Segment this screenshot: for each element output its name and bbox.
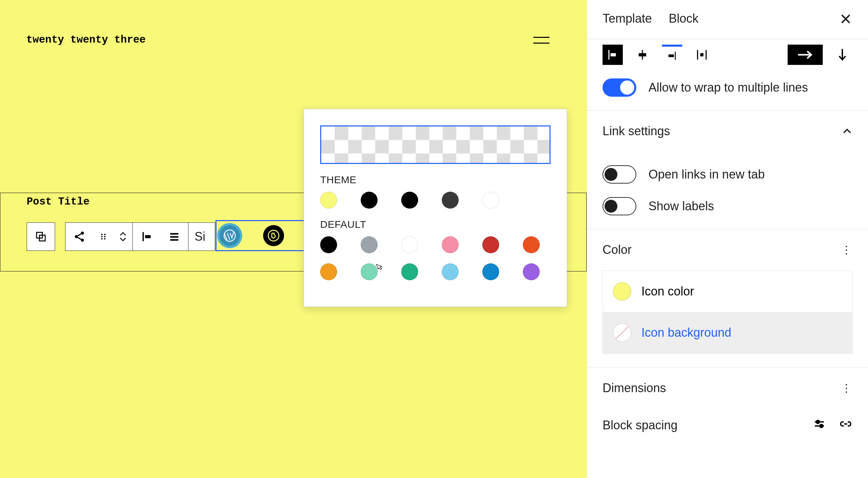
svg-rect-28 <box>697 50 698 60</box>
color-swatch[interactable] <box>361 192 378 209</box>
color-swatch[interactable] <box>442 263 459 280</box>
tab-block[interactable]: Block <box>669 11 698 28</box>
dimensions-title: Dimensions <box>603 381 666 395</box>
color-swatch[interactable] <box>442 236 459 253</box>
wrap-label: Allow to wrap to multiple lines <box>648 80 808 95</box>
svg-rect-30 <box>700 53 704 56</box>
svg-point-12 <box>104 238 105 239</box>
justify-left-button[interactable] <box>603 45 623 65</box>
justify-button[interactable] <box>133 223 160 250</box>
link-settings-title: Link settings <box>603 124 670 138</box>
drag-handle[interactable] <box>93 223 113 250</box>
color-swatch[interactable] <box>320 236 337 253</box>
align-button[interactable] <box>160 223 188 250</box>
svg-rect-17 <box>170 239 178 241</box>
color-swatch[interactable] <box>401 263 418 280</box>
wrap-toggle[interactable] <box>603 78 636 97</box>
color-swatch[interactable] <box>401 236 418 253</box>
color-swatch[interactable] <box>361 236 378 253</box>
justification-controls <box>603 39 852 65</box>
icon-color-swatch <box>613 282 631 301</box>
svg-line-5 <box>78 234 81 236</box>
icon-background-row[interactable]: Icon background <box>603 312 852 353</box>
svg-point-36 <box>820 425 823 428</box>
color-swatch[interactable] <box>482 263 499 280</box>
block-toolbar: Si <box>65 222 215 251</box>
color-swatch[interactable] <box>320 192 337 209</box>
svg-rect-15 <box>170 233 178 235</box>
svg-point-7 <box>101 234 103 235</box>
svg-rect-16 <box>170 236 178 238</box>
svg-point-10 <box>104 236 105 237</box>
color-swatch[interactable] <box>320 263 337 280</box>
link-icon[interactable] <box>839 418 852 430</box>
color-swatch[interactable] <box>482 192 499 209</box>
block-spacing-label: Block spacing <box>603 409 678 432</box>
parent-selector-button[interactable] <box>27 222 55 251</box>
justify-space-between-button[interactable] <box>692 45 712 65</box>
justify-right-button[interactable] <box>662 45 682 65</box>
dimensions-options-button[interactable]: ⋮ <box>841 382 852 395</box>
settings-tabs: Template Block <box>587 0 868 39</box>
svg-rect-27 <box>668 54 674 57</box>
move-up-button[interactable] <box>113 231 132 237</box>
svg-point-8 <box>104 234 105 235</box>
block-type-button[interactable] <box>66 223 93 250</box>
color-section-title: Color <box>603 243 632 257</box>
justify-center-button[interactable] <box>632 45 653 65</box>
svg-point-11 <box>101 238 103 239</box>
default-palette-label: DEFAULT <box>320 219 551 230</box>
color-picker-popover: THEME DEFAULT <box>304 109 567 307</box>
chevron-up-icon[interactable] <box>842 128 852 135</box>
svg-point-19 <box>269 230 279 241</box>
svg-rect-13 <box>143 232 144 241</box>
svg-point-3 <box>75 235 78 238</box>
menu-icon[interactable] <box>533 32 550 48</box>
social-icon-500px[interactable] <box>263 225 284 246</box>
tab-template[interactable]: Template <box>603 11 652 28</box>
svg-point-4 <box>81 239 84 242</box>
svg-rect-23 <box>611 53 616 56</box>
site-title[interactable]: twenty twenty three <box>26 34 146 46</box>
color-swatch[interactable] <box>401 192 418 209</box>
svg-line-6 <box>78 237 81 239</box>
icon-color-row[interactable]: Icon color <box>603 271 852 312</box>
custom-color-input[interactable] <box>320 125 551 164</box>
orientation-horizontal-button[interactable] <box>788 45 823 65</box>
icon-background-label: Icon background <box>641 326 731 340</box>
color-swatch[interactable] <box>482 236 499 253</box>
color-swatch[interactable] <box>442 192 459 209</box>
svg-rect-29 <box>706 50 707 60</box>
svg-point-2 <box>81 232 84 235</box>
icon-color-label: Icon color <box>641 284 694 298</box>
theme-palette-label: THEME <box>320 174 551 186</box>
svg-rect-22 <box>608 50 609 60</box>
social-icon-wordpress[interactable] <box>219 225 240 246</box>
color-options-button[interactable]: ⋮ <box>841 243 852 256</box>
show-labels-label: Show labels <box>648 199 714 213</box>
svg-rect-26 <box>675 52 676 60</box>
color-swatch[interactable] <box>361 263 378 280</box>
open-new-tab-label: Open links in new tab <box>648 167 765 182</box>
orientation-vertical-button[interactable] <box>832 45 852 65</box>
svg-point-9 <box>101 236 103 237</box>
color-swatch[interactable] <box>523 263 540 280</box>
svg-rect-14 <box>145 235 151 238</box>
icon-background-swatch <box>613 324 631 342</box>
toolbar-size-label[interactable]: Si <box>188 230 215 244</box>
show-labels-toggle[interactable] <box>603 197 636 215</box>
svg-point-18 <box>224 230 235 241</box>
svg-rect-25 <box>639 53 646 56</box>
move-down-button[interactable] <box>113 237 132 242</box>
color-swatch[interactable] <box>523 236 540 253</box>
svg-point-35 <box>816 421 819 424</box>
open-new-tab-toggle[interactable] <box>603 165 636 184</box>
settings-slider-icon[interactable] <box>813 418 825 430</box>
close-settings-button[interactable] <box>839 12 852 27</box>
